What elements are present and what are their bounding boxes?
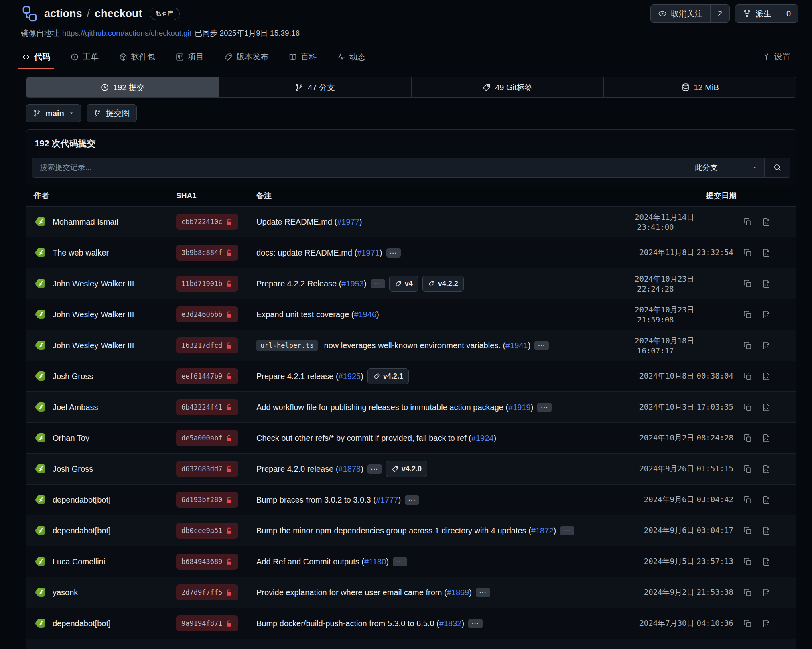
issue-link[interactable]: #1977	[337, 217, 359, 226]
issue-link[interactable]: #1925	[339, 372, 361, 381]
watchers-count[interactable]: 2	[710, 5, 729, 22]
issue-link[interactable]: #1777	[376, 495, 398, 504]
issue-link[interactable]: #1941	[505, 341, 528, 350]
commit-sha-pill[interactable]: 9a9194f871	[176, 615, 238, 631]
issue-link[interactable]: #1924	[471, 434, 494, 442]
commit-author-name[interactable]: dependabot[bot]	[53, 495, 111, 505]
commit-author-name[interactable]: Luca Comellini	[53, 557, 105, 566]
tag-badge[interactable]: v4.2.2	[422, 276, 464, 292]
unwatch-button[interactable]: 取消关注 2	[650, 4, 730, 23]
expand-commit-button[interactable]: ···	[371, 279, 385, 288]
commit-sha-pill[interactable]: 3b9b8c884f	[176, 245, 238, 261]
browse-source-icon[interactable]	[762, 619, 771, 628]
gitea-teacup-avatar[interactable]	[34, 246, 47, 260]
branch-selector[interactable]: main	[26, 104, 81, 122]
tab-projects[interactable]: 项目	[175, 45, 205, 69]
copy-sha-icon[interactable]	[743, 403, 752, 412]
fork-button[interactable]: 派生 0	[735, 4, 798, 23]
commit-author-name[interactable]: The web walker	[53, 248, 109, 258]
browse-source-icon[interactable]	[762, 310, 771, 319]
tab-wiki[interactable]: 百科	[288, 45, 318, 69]
copy-sha-icon[interactable]	[743, 434, 752, 443]
tab-issues[interactable]: 工单	[69, 45, 99, 69]
search-commits-input[interactable]	[32, 158, 688, 177]
commit-sha-pill[interactable]: d632683dd7	[176, 461, 238, 477]
search-scope-select[interactable]: 此分支	[688, 158, 764, 177]
commit-sha-pill[interactable]: 2d7d9f7ff5	[176, 584, 238, 600]
copy-sha-icon[interactable]	[743, 217, 752, 227]
tag-badge[interactable]: v4.2.0	[386, 461, 427, 477]
gitea-teacup-avatar[interactable]	[34, 369, 47, 383]
gitea-teacup-avatar[interactable]	[34, 586, 47, 599]
tab-settings[interactable]: 设置	[761, 45, 791, 69]
copy-sha-icon[interactable]	[743, 526, 752, 535]
search-submit-button[interactable]	[764, 158, 790, 177]
issue-link[interactable]: #1180	[364, 557, 386, 566]
issue-link[interactable]: #1971	[357, 248, 380, 257]
gitea-teacup-avatar[interactable]	[34, 400, 47, 414]
commit-author-name[interactable]: Mohammad Ismail	[53, 217, 118, 227]
copy-sha-icon[interactable]	[743, 310, 752, 319]
expand-commit-button[interactable]: ···	[405, 495, 419, 505]
gitea-teacup-avatar[interactable]	[34, 555, 47, 568]
expand-commit-button[interactable]: ···	[393, 557, 407, 566]
commit-author-name[interactable]: John Wesley Walker III	[53, 341, 134, 350]
browse-source-icon[interactable]	[762, 464, 771, 474]
copy-sha-icon[interactable]	[743, 557, 752, 566]
tab-packages[interactable]: 软件包	[118, 45, 156, 69]
copy-sha-icon[interactable]	[743, 248, 752, 258]
tab-activity[interactable]: 动态	[336, 45, 366, 69]
tag-badge[interactable]: v4.2.1	[367, 368, 409, 384]
commit-sha-pill[interactable]: de5a000abf	[176, 430, 238, 446]
gitea-teacup-avatar[interactable]	[34, 462, 47, 476]
commit-sha-pill[interactable]: cbb722410c	[176, 214, 238, 230]
commit-author-name[interactable]: dependabot[bot]	[53, 526, 111, 535]
commit-sha-pill[interactable]: 6d193bf280	[176, 492, 238, 508]
copy-sha-icon[interactable]	[743, 619, 752, 628]
commit-sha-pill[interactable]: 6b42224f41	[176, 399, 238, 415]
commit-sha-pill[interactable]: 11bd71901b	[176, 276, 238, 292]
commit-graph-button[interactable]: 提交图	[87, 104, 137, 122]
expand-commit-button[interactable]: ···	[476, 588, 490, 597]
copy-sha-icon[interactable]	[743, 372, 752, 381]
tab-releases[interactable]: 版本发布	[223, 45, 269, 69]
commit-author-name[interactable]: Orhan Toy	[53, 434, 89, 443]
commit-author-name[interactable]: Joel Ambass	[53, 403, 98, 412]
browse-source-icon[interactable]	[762, 434, 771, 443]
mirror-url-link[interactable]: https://github.com/actions/checkout.git	[62, 29, 191, 38]
issue-link[interactable]: #1946	[354, 310, 376, 319]
copy-sha-icon[interactable]	[743, 341, 752, 350]
commit-author-name[interactable]: John Wesley Walker III	[53, 279, 134, 288]
issue-link[interactable]: #1872	[531, 526, 554, 535]
summary-tags[interactable]: 49 Git标签	[411, 77, 604, 97]
commit-author-name[interactable]: John Wesley Walker III	[53, 310, 134, 319]
copy-sha-icon[interactable]	[743, 279, 752, 288]
expand-commit-button[interactable]: ···	[537, 403, 552, 412]
issue-link[interactable]: #1953	[341, 279, 364, 288]
browse-source-icon[interactable]	[762, 372, 771, 381]
gitea-teacup-avatar[interactable]	[34, 215, 47, 229]
copy-sha-icon[interactable]	[743, 464, 752, 474]
expand-commit-button[interactable]: ···	[468, 619, 483, 628]
commit-sha-pill[interactable]: db0cee9a51	[176, 523, 238, 539]
gitea-teacup-avatar[interactable]	[34, 431, 47, 445]
commit-author-name[interactable]: Josh Gross	[53, 464, 93, 474]
repo-name-link[interactable]: checkout	[95, 8, 142, 20]
expand-commit-button[interactable]: ···	[386, 248, 401, 258]
commit-author-name[interactable]: dependabot[bot]	[53, 619, 111, 628]
commit-author-name[interactable]: yasonk	[53, 588, 78, 597]
browse-source-icon[interactable]	[762, 217, 771, 227]
issue-link[interactable]: #1878	[339, 464, 361, 473]
issue-link[interactable]: #1919	[508, 403, 531, 412]
forks-count[interactable]: 0	[779, 5, 798, 22]
browse-source-icon[interactable]	[762, 279, 771, 288]
summary-commits[interactable]: 192 提交	[26, 77, 219, 97]
browse-source-icon[interactable]	[762, 588, 771, 597]
expand-commit-button[interactable]: ···	[367, 464, 382, 474]
expand-commit-button[interactable]: ···	[560, 526, 574, 535]
repo-owner-link[interactable]: actions	[44, 8, 82, 20]
commit-sha-pill[interactable]: e3d2460bbb	[176, 306, 238, 322]
browse-source-icon[interactable]	[762, 403, 771, 412]
expand-commit-button[interactable]: ···	[534, 341, 549, 350]
issue-link[interactable]: #1832	[439, 619, 462, 628]
